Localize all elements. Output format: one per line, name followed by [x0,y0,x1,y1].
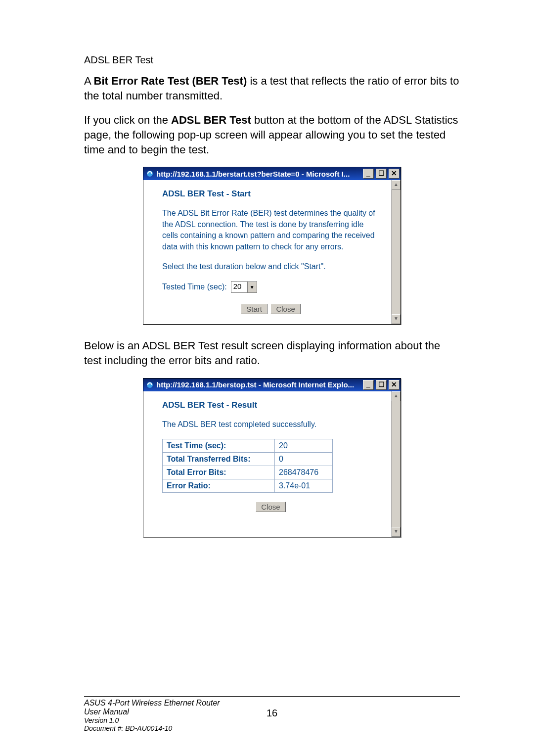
popup-content: ADSL BER Test - Start The ADSL Bit Error… [143,180,391,324]
spacer [162,512,379,527]
result-table: Test Time (sec): 20 Total Transferred Bi… [162,439,333,493]
maximize-button[interactable]: ☐ [376,169,387,179]
minimize-button[interactable]: _ [363,169,374,179]
popup-body: ADSL BER Test - Result The ADSL BER test… [143,391,400,537]
table-row: Error Ratio: 3.74e-01 [163,479,333,493]
maximize-button[interactable]: ☐ [376,380,387,390]
ie-icon [145,380,154,389]
page-number: 16 [267,708,277,719]
result-value: 0 [275,453,333,466]
result-label: Total Transferred Bits: [163,453,275,466]
tested-time-label: Tested Time (sec): [162,283,227,291]
result-value: 20 [275,439,333,453]
table-row: Total Error Bits: 268478476 [163,466,333,479]
scroll-up-icon[interactable]: ▲ [392,180,400,190]
ie-icon [145,169,154,178]
close-button[interactable]: ✕ [389,169,400,179]
section-heading: ADSL BER Test [84,54,460,66]
scrollbar[interactable]: ▲ ▼ [391,180,400,324]
text: If you click on the [84,114,171,126]
minimize-button[interactable]: _ [363,380,374,390]
button-row: Start Close [162,304,379,314]
titlebar[interactable]: http://192.168.1.1/berstart.tst?berState… [143,167,400,180]
close-button[interactable]: Close [256,502,285,512]
footer-docnum: Document #: BD-AU0014-10 [84,724,460,732]
scroll-down-icon[interactable]: ▼ [392,527,400,537]
scroll-up-icon[interactable]: ▲ [392,391,400,401]
popup-heading: ADSL BER Test - Start [162,189,379,199]
scrollbar[interactable]: ▲ ▼ [391,391,400,537]
close-button[interactable]: Close [270,304,300,314]
popup-description: The ADSL Bit Error Rate (BER) test deter… [162,208,379,252]
popup-body: ADSL BER Test - Start The ADSL Bit Error… [143,180,400,324]
popup-instruction: Select the test duration below and click… [162,261,379,272]
popup-content: ADSL BER Test - Result The ADSL BER test… [143,391,391,537]
table-row: Total Transferred Bits: 0 [163,453,333,466]
bold-term: Bit Error Rate Test (BER Test) [94,75,247,87]
result-label: Error Ratio: [163,479,275,493]
ber-start-window: http://192.168.1.1/berstart.tst?berState… [143,167,401,325]
ber-result-window: http://192.168.1.1/berstop.tst - Microso… [143,378,401,537]
scroll-down-icon[interactable]: ▼ [392,314,400,324]
result-value: 3.74e-01 [275,479,333,493]
bold-term: ADSL BER Test [171,114,251,126]
text: A [84,75,94,87]
tested-time-row: Tested Time (sec): 20 ▼ [162,281,379,293]
popup-heading: ADSL BER Test - Result [162,400,379,410]
window-title: http://192.168.1.1/berstop.tst - Microso… [156,380,361,389]
tested-time-value: 20 [231,282,247,292]
tested-time-select[interactable]: 20 ▼ [231,281,257,293]
footer-product: ASUS 4-Port Wireless Ethernet Router [84,699,460,708]
start-button[interactable]: Start [241,304,267,314]
result-label: Test Time (sec): [163,439,275,453]
result-value: 268478476 [275,466,333,479]
titlebar[interactable]: http://192.168.1.1/berstop.tst - Microso… [143,378,400,391]
paragraph-2: If you click on the ADSL BER Test button… [84,113,460,157]
paragraph-3: Below is an ADSL BER Test result screen … [84,338,460,368]
result-label: Total Error Bits: [163,466,275,479]
page-footer: ASUS 4-Port Wireless Ethernet Router Use… [84,696,460,732]
manual-page: ADSL BER Test A Bit Error Rate Test (BER… [0,0,534,756]
window-title: http://192.168.1.1/berstart.tst?berState… [156,170,361,178]
result-message: The ADSL BER test completed successfully… [162,419,379,430]
chevron-down-icon[interactable]: ▼ [247,282,257,292]
table-row: Test Time (sec): 20 [163,439,333,453]
button-row: Close [162,502,379,512]
paragraph-1: A Bit Error Rate Test (BER Test) is a te… [84,74,460,103]
close-button[interactable]: ✕ [389,380,400,390]
